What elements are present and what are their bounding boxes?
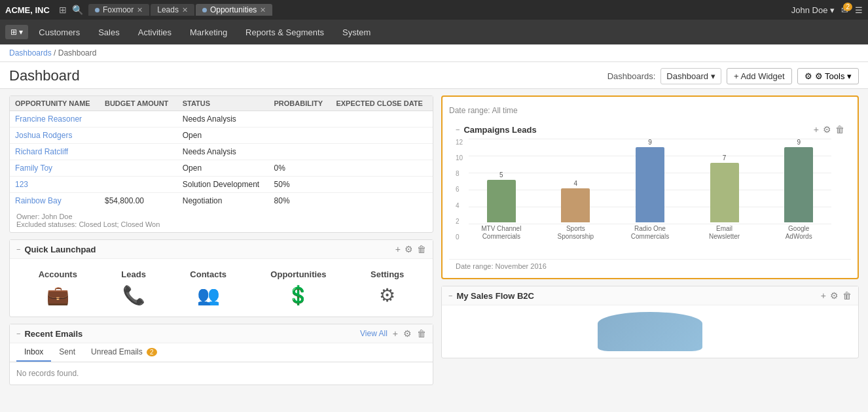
y-axis-labels: 12 10 8 6 4 2 0 xyxy=(456,139,463,241)
bar-group: 5 MTV ChannelCommercials xyxy=(469,139,534,241)
tools-button[interactable]: ⚙ ⚙ Tools ▾ xyxy=(797,68,859,84)
launchpad-actions: + ⚙ 🗑 xyxy=(395,244,426,254)
tab-foxmoor-label: Foxmoor xyxy=(103,5,134,14)
sales-flow-collapse[interactable]: − xyxy=(448,292,452,300)
campaigns-collapse[interactable]: − xyxy=(456,126,460,133)
launchpad-gear-icon[interactable]: ⚙ xyxy=(405,244,413,254)
tab-opportunities-close[interactable]: ✕ xyxy=(260,6,266,14)
search-icon[interactable]: 🔍 xyxy=(72,5,83,15)
launchpad-delete-icon[interactable]: 🗑 xyxy=(417,244,426,254)
sales-flow-delete-icon[interactable]: 🗑 xyxy=(842,290,852,301)
grid-icon[interactable]: ⊞ xyxy=(59,5,67,15)
bar-label: Email Newsletter xyxy=(702,225,748,241)
email-body: No records found. xyxy=(10,362,433,385)
tab-foxmoor[interactable]: Foxmoor ✕ xyxy=(88,4,149,16)
nav-marketing[interactable]: Marketing xyxy=(182,24,235,41)
nav-reports[interactable]: Reports & Segments xyxy=(238,24,332,41)
launchpad-item[interactable]: Opportunities 💲 xyxy=(270,269,326,306)
nav-sales[interactable]: Sales xyxy=(90,24,128,41)
nav-system[interactable]: System xyxy=(335,24,378,41)
bar-value: 5 xyxy=(499,171,503,179)
bar-value: 4 xyxy=(574,180,578,187)
y-label-8: 8 xyxy=(456,170,463,177)
email-collapse[interactable]: − xyxy=(16,330,20,337)
bar-group: 9 Radio One Commercials xyxy=(617,139,683,241)
tab-foxmoor-close[interactable]: ✕ xyxy=(137,6,143,14)
tab-list: Foxmoor ✕ Leads ✕ Opportunities ✕ xyxy=(88,4,786,16)
tab-unread-emails[interactable]: Unread Emails 2 xyxy=(83,343,165,362)
breadcrumb-dashboards[interactable]: Dashboards xyxy=(9,48,52,58)
tab-leads-label: Leads xyxy=(157,5,179,14)
opportunities-widget: OPPORTUNITY NAME BUDGET AMOUNT STATUS PR… xyxy=(9,95,433,233)
top-bar: ACME, INC ⊞ 🔍 Foxmoor ✕ Leads ✕ Opportun… xyxy=(0,0,868,20)
app-brand: ACME, INC xyxy=(5,5,50,15)
bar-rect xyxy=(487,180,516,222)
nav-customers[interactable]: Customers xyxy=(31,24,88,41)
launchpad-collapse[interactable]: − xyxy=(16,245,20,253)
opp-name-cell[interactable]: 123 xyxy=(10,177,99,193)
hamburger-icon[interactable]: ☰ xyxy=(855,5,863,15)
add-widget-button[interactable]: + Add Widget xyxy=(727,68,792,84)
tab-inbox[interactable]: Inbox xyxy=(16,343,51,362)
launchpad-item[interactable]: Contacts 👥 xyxy=(190,269,226,306)
launchpad-item-icon: 📞 xyxy=(122,284,145,306)
opp-name-cell[interactable]: Rainbow Bay xyxy=(10,193,99,209)
email-title-area: − Recent Emails xyxy=(16,329,82,339)
email-delete-icon[interactable]: 🗑 xyxy=(417,328,426,339)
launchpad-item-label: Leads xyxy=(121,269,146,279)
sales-flow-body xyxy=(442,305,858,358)
probability-cell xyxy=(269,128,331,144)
bar-group: 9 Google AdWords xyxy=(766,139,831,241)
breadcrumb-current: Dashboard xyxy=(58,48,97,58)
unread-badge: 2 xyxy=(147,348,157,356)
launchpad-item[interactable]: Leads 📞 xyxy=(121,269,146,306)
campaigns-add-icon[interactable]: + xyxy=(814,124,819,135)
tab-leads[interactable]: Leads ✕ xyxy=(151,4,194,16)
tab-sent[interactable]: Sent xyxy=(51,343,83,362)
home-button[interactable]: ⊞ ▾ xyxy=(5,25,28,39)
tab-opportunities[interactable]: Opportunities ✕ xyxy=(196,4,272,16)
status-cell: Needs Analysis xyxy=(177,111,269,128)
nav-activities[interactable]: Activities xyxy=(130,24,179,41)
launchpad-item[interactable]: Settings ⚙ xyxy=(371,269,404,306)
sales-flow-add-icon[interactable]: + xyxy=(821,290,826,301)
main-layout: OPPORTUNITY NAME BUDGET AMOUNT STATUS PR… xyxy=(0,89,868,392)
status-cell: Open xyxy=(177,160,269,177)
quick-launchpad-widget: − Quick Launchpad + ⚙ 🗑 Accounts 💼 Leads… xyxy=(9,239,433,317)
launchpad-item-label: Accounts xyxy=(39,269,77,279)
opp-name-cell[interactable]: Joshua Rodgers xyxy=(10,128,99,144)
budget-cell xyxy=(99,144,177,160)
dashboard-select[interactable]: Dashboard ▾ xyxy=(660,68,721,84)
left-column: OPPORTUNITY NAME BUDGET AMOUNT STATUS PR… xyxy=(9,95,433,385)
launchpad-add-icon[interactable]: + xyxy=(395,244,401,254)
col-close-date: EXPECTED CLOSE DATE xyxy=(331,96,433,111)
bar-label: Google AdWords xyxy=(776,225,822,241)
sales-flow-gear-icon[interactable]: ⚙ xyxy=(830,290,839,301)
launchpad-title: Quick Launchpad xyxy=(24,245,96,254)
campaigns-delete-icon[interactable]: 🗑 xyxy=(835,124,844,135)
sales-flow-title: My Sales Flow B2C xyxy=(456,291,533,301)
table-row: Family Toy Open 0% xyxy=(10,160,433,177)
launchpad-item[interactable]: Accounts 💼 xyxy=(39,269,77,306)
funnel-shape xyxy=(598,312,702,351)
opp-name-cell[interactable]: Richard Ratcliff xyxy=(10,144,99,160)
campaigns-header: − Campaigns Leads + ⚙ 🗑 xyxy=(449,120,851,139)
opp-name-cell[interactable]: Francine Reasoner xyxy=(10,111,99,128)
bar-value: 9 xyxy=(797,139,801,146)
probability-cell: 0% xyxy=(269,160,331,177)
footer-excluded: Excluded statuses: Closed Lost; Closed W… xyxy=(16,220,426,228)
mail-icon[interactable]: ✉ 2 xyxy=(841,5,848,15)
opp-name-cell[interactable]: Family Toy xyxy=(10,160,99,177)
email-add-icon[interactable]: + xyxy=(393,328,398,339)
sales-flow-header: − My Sales Flow B2C + ⚙ 🗑 xyxy=(442,286,858,305)
campaigns-title-area: − Campaigns Leads xyxy=(456,125,537,135)
campaigns-title: Campaigns Leads xyxy=(463,125,536,135)
email-view-all-link[interactable]: View All xyxy=(360,329,388,338)
chart-date-range-bottom: Date range: November 2016 xyxy=(449,259,851,271)
budget-cell xyxy=(99,177,177,193)
user-menu[interactable]: John Doe ▾ xyxy=(791,5,835,15)
tab-leads-close[interactable]: ✕ xyxy=(182,6,188,14)
campaigns-gear-icon[interactable]: ⚙ xyxy=(823,124,831,135)
col-opp-name: OPPORTUNITY NAME xyxy=(10,96,99,111)
email-gear-icon[interactable]: ⚙ xyxy=(403,328,412,339)
